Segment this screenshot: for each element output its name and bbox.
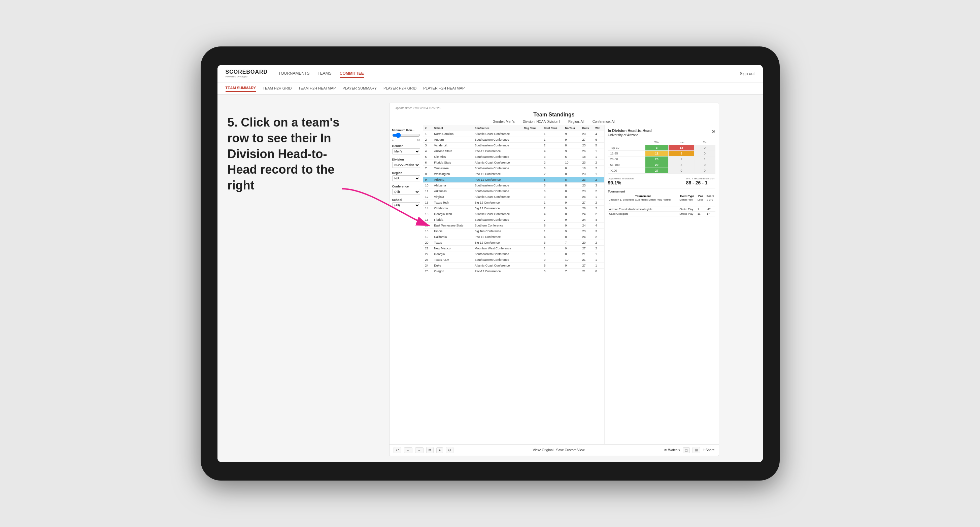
table-row[interactable]: 7 Tennessee Southeastern Conference 6 8 … — [423, 165, 604, 171]
cell-conf-rank: 8 — [542, 223, 563, 229]
cell-no-tour: 8 — [563, 211, 580, 217]
toolbar-watch[interactable]: 👁 Watch ▾ — [664, 448, 680, 452]
table-row[interactable]: 15 Georgia Tech Atlantic Coast Conferenc… — [423, 211, 604, 217]
table-row[interactable]: 10 Alabama Southeastern Conference 5 8 2… — [423, 183, 604, 189]
sub-nav-team-summary[interactable]: TEAM SUMMARY — [226, 84, 256, 92]
min-rounds-max: 20 — [417, 139, 420, 142]
cell-school: Texas A&M — [432, 257, 473, 263]
sub-nav-player-h2h-heatmap[interactable]: PLAYER H2H HEATMAP — [423, 85, 465, 92]
sub-nav-team-h2h-grid[interactable]: TEAM H2H GRID — [262, 85, 291, 92]
cell-no-tour: 9 — [563, 148, 580, 154]
tournament-name: Jackson 1. Stephens Cup Men's Match-Play… — [608, 198, 678, 202]
cell-school: California — [432, 234, 473, 240]
toolbar-copy[interactable]: ⧉ — [426, 447, 434, 453]
toolbar-add[interactable]: + — [436, 447, 443, 453]
min-rounds-slider[interactable] — [392, 133, 420, 138]
toolbar-undo[interactable]: ↩ — [393, 447, 401, 453]
table-row[interactable]: 18 Illinois Big Ten Conference 1 9 23 3 — [423, 229, 604, 234]
toolbar-forward[interactable]: → — [415, 447, 423, 453]
toolbar-save-custom[interactable]: Save Custom View — [556, 448, 584, 452]
nav-link-committee[interactable]: COMMITTEE — [340, 70, 364, 78]
table-row[interactable]: 8 Washington Pac-12 Conference 2 8 23 1 — [423, 171, 604, 177]
table-row[interactable]: 22 Georgia Southeastern Conference 1 8 2… — [423, 251, 604, 257]
h2h-row-label: 26-50 — [608, 157, 645, 162]
nav-link-teams[interactable]: TEAMS — [318, 70, 332, 78]
cell-conf-rank: 2 — [542, 171, 563, 177]
table-row[interactable]: 20 Texas Big 12 Conference 3 7 20 2 — [423, 240, 604, 246]
sub-nav-player-summary[interactable]: PLAYER SUMMARY — [342, 85, 377, 92]
division-filter[interactable]: NCAA Division I NCAA Division II — [392, 162, 420, 168]
cell-win: 1 — [593, 148, 604, 154]
toolbar-view-original[interactable]: View: Original — [533, 448, 554, 452]
cell-conference: Big 12 Conference — [473, 240, 522, 246]
cell-num: 1 — [423, 131, 432, 137]
table-row[interactable]: 1 North Carolina Atlantic Coast Conferen… — [423, 131, 604, 137]
cell-reg-rank — [522, 217, 542, 223]
table-row[interactable]: 16 Florida Southeastern Conference 7 9 2… — [423, 217, 604, 223]
table-row[interactable]: 23 Texas A&M Southeastern Conference 9 1… — [423, 257, 604, 263]
cell-reg-rank — [522, 171, 542, 177]
gender-filter[interactable]: Men's Women's — [392, 148, 420, 154]
cell-school: North Carolina — [432, 131, 473, 137]
table-row[interactable]: 17 East Tennessee State Southern Confere… — [423, 223, 604, 229]
cell-no-tour: 7 — [563, 268, 580, 274]
cell-no-tour: 7 — [563, 240, 580, 246]
tournament-type: Stroke Play — [678, 212, 696, 216]
cell-reg-rank — [522, 131, 542, 137]
table-row[interactable]: 9 Arizona Pac-12 Conference 5 8 23 2 — [423, 177, 604, 183]
table-row[interactable]: 21 New Mexico Mountain West Conference 1… — [423, 246, 604, 251]
cell-win: 6 — [593, 137, 604, 143]
cell-conference: Southeastern Conference — [473, 217, 522, 223]
h2h-loss-cell: 13 — [668, 145, 695, 151]
cell-reg-rank — [522, 183, 542, 189]
table-row[interactable]: 3 Vanderbilt Southeastern Conference 2 8… — [423, 143, 604, 148]
h2h-close-button[interactable]: ⊗ — [711, 129, 715, 134]
toolbar-icon1[interactable]: □ — [683, 447, 690, 453]
cell-no-tour: 8 — [563, 183, 580, 189]
table-row[interactable]: 4 Arizona State Pac-12 Conference 4 9 26… — [423, 148, 604, 154]
logo-subtitle: Powered by clippd — [226, 75, 268, 78]
table-row[interactable]: 19 California Pac-12 Conference 4 8 24 2 — [423, 234, 604, 240]
table-row[interactable]: 14 Oklahoma Big 12 Conference 2 9 26 2 — [423, 206, 604, 211]
h2h-wlt-body: Top 10 3 13 0 11-25 11 8 0 26-50 25 2 1 … — [608, 145, 715, 174]
table-row[interactable]: 24 Duke Atlantic Coast Conference 5 9 27… — [423, 263, 604, 268]
cell-rnds: 24 — [580, 211, 593, 217]
cell-conf-rank: 5 — [542, 263, 563, 268]
sign-out-button[interactable]: Sign out — [734, 71, 754, 76]
cell-school: Tennessee — [432, 165, 473, 171]
cell-win: 1 — [593, 194, 604, 200]
standings-table: # School Conference Reg Rank Conf Rank N… — [423, 125, 604, 274]
h2h-record-value: 86 - 26 - 1 — [686, 180, 715, 186]
cell-no-tour: 9 — [563, 246, 580, 251]
col-conf-rank: Conf Rank — [542, 125, 563, 131]
h2h-tournament-title: Tournament — [608, 188, 715, 193]
h2h-wlt-row: 51-100 20 3 0 — [608, 162, 715, 168]
sub-nav-player-h2h-grid[interactable]: PLAYER H2H GRID — [383, 85, 417, 92]
toolbar-share[interactable]: ⤴ Share — [703, 448, 714, 452]
region-filter[interactable]: N/A All — [392, 175, 420, 181]
tournament-pos: 11 — [696, 212, 705, 216]
toolbar-icon2[interactable]: ⊞ — [692, 447, 700, 453]
cell-school: Illinois — [432, 229, 473, 234]
cell-conference: Pac-12 Conference — [473, 148, 522, 154]
cell-school: Alabama — [432, 183, 473, 189]
cell-win: 2 — [593, 240, 604, 246]
table-row[interactable]: 11 Arkansas Southeastern Conference 6 8 … — [423, 189, 604, 194]
col-win: Win — [593, 125, 604, 131]
table-row[interactable]: 6 Florida State Atlantic Coast Conferenc… — [423, 160, 604, 165]
toolbar-back[interactable]: ← — [404, 447, 412, 453]
table-row[interactable]: 25 Oregon Pac-12 Conference 5 7 21 0 — [423, 268, 604, 274]
table-row[interactable]: 2 Auburn Southeastern Conference 1 9 27 … — [423, 137, 604, 143]
table-row[interactable]: 13 Texas Tech Big 12 Conference 1 9 27 2 — [423, 200, 604, 206]
table-row[interactable]: 5 Ole Miss Southeastern Conference 3 6 1… — [423, 154, 604, 160]
sub-nav-team-h2h-heatmap[interactable]: TEAM H2H HEATMAP — [298, 85, 336, 92]
table-row[interactable]: 12 Virginia Atlantic Coast Conference 3 … — [423, 194, 604, 200]
conference-meta: Conference: All — [592, 120, 616, 124]
cell-no-tour: 8 — [563, 251, 580, 257]
cell-conf-rank: 1 — [542, 229, 563, 234]
nav-link-tournaments[interactable]: TOURNAMENTS — [278, 70, 309, 78]
cell-no-tour: 9 — [563, 263, 580, 268]
tournament-name: Arizona Thunderbirds Intercollegiate — [608, 207, 678, 212]
toolbar-clock[interactable]: ⊙ — [446, 447, 453, 453]
h2h-tie-cell: 0 — [695, 162, 715, 168]
